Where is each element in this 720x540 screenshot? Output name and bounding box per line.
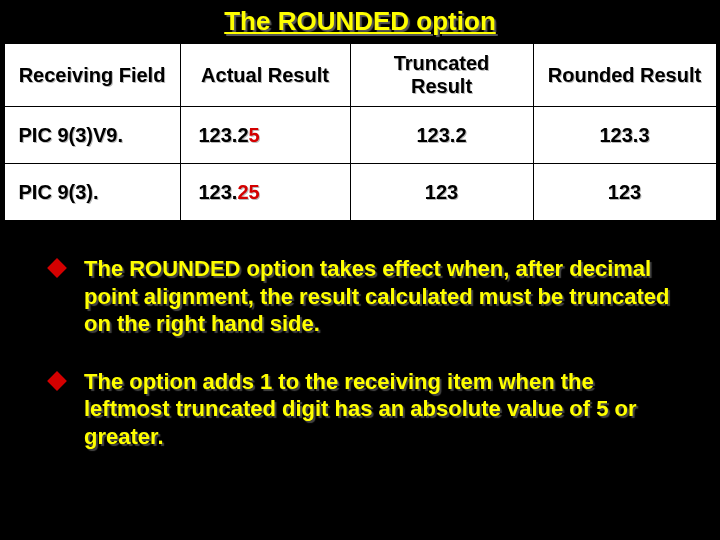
actual-truncated-digits: 25 bbox=[237, 181, 259, 203]
col-truncated-result: Truncated Result bbox=[350, 44, 533, 107]
slide-title: The ROUNDED option bbox=[0, 6, 720, 37]
actual-pre: 123. bbox=[199, 181, 238, 203]
result-table: Receiving Field Actual Result Truncated … bbox=[4, 43, 717, 221]
cell-receiving: PIC 9(3)V9. bbox=[4, 107, 180, 164]
table-row: PIC 9(3). 123.25 123 123 bbox=[4, 164, 716, 221]
col-rounded-result: Rounded Result bbox=[533, 44, 716, 107]
col-receiving-field: Receiving Field bbox=[4, 44, 180, 107]
col-actual-result: Actual Result bbox=[180, 44, 350, 107]
cell-rounded: 123.3 bbox=[533, 107, 716, 164]
cell-rounded: 123 bbox=[533, 164, 716, 221]
cell-actual: 123.25 bbox=[180, 164, 350, 221]
bullet-item: The ROUNDED option takes effect when, af… bbox=[50, 255, 684, 338]
slide: The ROUNDED option Receiving Field Actua… bbox=[0, 0, 720, 540]
table-row: PIC 9(3)V9. 123.25 123.2 123.3 bbox=[4, 107, 716, 164]
table-header-row: Receiving Field Actual Result Truncated … bbox=[4, 44, 716, 107]
cell-truncated: 123 bbox=[350, 164, 533, 221]
cell-receiving: PIC 9(3). bbox=[4, 164, 180, 221]
bullet-list: The ROUNDED option takes effect when, af… bbox=[0, 255, 720, 450]
cell-truncated: 123.2 bbox=[350, 107, 533, 164]
cell-actual: 123.25 bbox=[180, 107, 350, 164]
bullet-item: The option adds 1 to the receiving item … bbox=[50, 368, 684, 451]
actual-truncated-digits: 5 bbox=[249, 124, 260, 146]
actual-pre: 123.2 bbox=[199, 124, 249, 146]
